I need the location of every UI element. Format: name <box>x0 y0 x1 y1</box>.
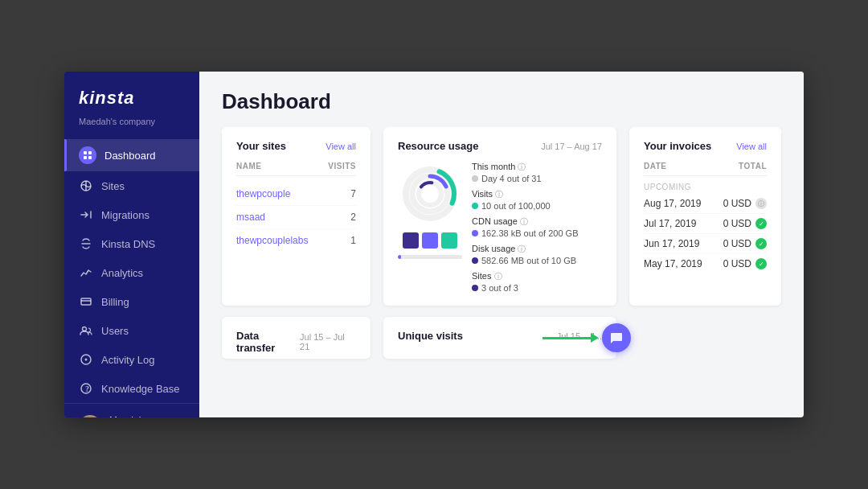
visits-label: Visits ⓘ <box>472 189 602 200</box>
activity-icon <box>79 352 93 367</box>
analytics-icon <box>79 265 93 280</box>
sidebar-label-users: Users <box>101 325 129 337</box>
sidebar-item-migrations[interactable]: Migrations <box>64 200 199 229</box>
sites-card-header: Your sites View all <box>236 140 356 152</box>
this-month-stat: This month ⓘ Day 4 out of 31 <box>472 162 602 183</box>
site-name-3[interactable]: thewpcouplelabs <box>236 235 308 246</box>
invoice-amount-0: 0 USD ⓘ <box>723 198 767 209</box>
arrow-head <box>591 333 599 343</box>
col-date-header: DATE <box>644 162 666 171</box>
invoice-status-paid-3: ✓ <box>755 258 767 269</box>
visits-stat: Visits ⓘ 10 out of 100,000 <box>472 189 602 211</box>
svg-point-10 <box>85 359 88 361</box>
dns-icon <box>79 236 93 251</box>
sidebar-user[interactable]: Maedah Batool ▲ <box>64 403 199 417</box>
invoices-view-all-link[interactable]: View all <box>736 142 767 151</box>
invoice-date-3: May 17, 2019 <box>644 258 702 269</box>
donut-area <box>398 162 462 293</box>
resource-card-title: Resource usage <box>398 140 478 152</box>
disk-label: Disk usage ⓘ <box>472 244 602 255</box>
sidebar-item-analytics[interactable]: Analytics <box>64 258 199 287</box>
site-name-1[interactable]: thewpcouple <box>236 188 290 199</box>
sidebar: kinsta Maedah's company Dashboard <box>64 72 199 417</box>
sites-card-title: Your sites <box>236 140 286 152</box>
site-row: msaad 2 <box>236 206 356 229</box>
page-title: Dashboard <box>222 89 781 114</box>
logo-kinsta: kinsta <box>79 88 135 108</box>
sidebar-label-analytics: Analytics <box>101 267 143 279</box>
unique-visits-card: Unique visits Jul 15 – J... <box>383 317 616 359</box>
disk-stat: Disk usage ⓘ 582.66 MB out of 10 GB <box>472 244 602 265</box>
invoice-row-3: May 17, 2019 0 USD ✓ <box>644 254 767 273</box>
svg-rect-1 <box>88 151 92 154</box>
sidebar-label-knowledge: Knowledge Base <box>101 383 180 395</box>
app-window: kinsta Maedah's company Dashboard <box>64 72 804 417</box>
dot-dark-purple <box>472 257 478 264</box>
logo-text: kinsta <box>79 88 185 109</box>
sidebar-item-users[interactable]: Users <box>64 316 199 345</box>
invoice-row-2: Jun 17, 2019 0 USD ✓ <box>644 234 767 254</box>
resource-stats: This month ⓘ Day 4 out of 31 Visits ⓘ <box>472 162 602 293</box>
site-name-2[interactable]: msaad <box>236 212 265 223</box>
mini-bar-3 <box>441 232 457 249</box>
col-visits-header: VISITS <box>328 162 356 171</box>
invoice-row-0: Aug 17, 2019 0 USD ⓘ <box>644 194 767 214</box>
sidebar-item-dashboard[interactable]: Dashboard <box>64 139 199 171</box>
sidebar-item-knowledge-base[interactable]: ? Knowledge Base <box>64 374 199 403</box>
main-content: Your sites View all NAME VISITS thewpcou… <box>199 127 804 417</box>
sites-stat: Sites ⓘ 3 out of 3 <box>472 271 602 293</box>
sites-label: Sites ⓘ <box>472 271 602 282</box>
site-visits-2: 2 <box>350 212 356 223</box>
sidebar-label-billing: Billing <box>101 296 129 308</box>
arrow-line <box>542 337 591 339</box>
invoices-card-title: Your invoices <box>644 140 711 152</box>
invoice-date-2: Jun 17, 2019 <box>644 238 699 249</box>
svg-rect-0 <box>84 151 87 154</box>
site-row: thewpcouple 7 <box>236 183 356 206</box>
sidebar-item-kinsta-dns[interactable]: Kinsta DNS <box>64 229 199 258</box>
sidebar-label-activity: Activity Log <box>101 354 154 366</box>
svg-text:?: ? <box>85 384 89 393</box>
migrations-icon <box>79 208 93 222</box>
invoice-amount-2: 0 USD ✓ <box>723 238 767 249</box>
sidebar-item-activity-log[interactable]: Activity Log <box>64 345 199 374</box>
mini-bar-2 <box>422 232 438 249</box>
sidebar-label-dns: Kinsta DNS <box>101 238 155 250</box>
sidebar-label-dashboard: Dashboard <box>104 150 156 162</box>
upcoming-label: UPCOMING <box>644 183 767 191</box>
dot-gray <box>472 175 478 182</box>
visits-value: 10 out of 100,000 <box>472 201 602 211</box>
dashboard-icon <box>79 146 96 164</box>
invoice-date-1: Jul 17, 2019 <box>644 218 696 229</box>
dot-teal <box>472 203 478 209</box>
chat-button[interactable] <box>602 323 631 352</box>
this-month-value: Day 4 out of 31 <box>472 174 602 183</box>
sites-view-all-link[interactable]: View all <box>326 142 356 151</box>
sidebar-nav: Dashboard Sites <box>64 139 199 403</box>
mini-bar-1 <box>403 232 419 249</box>
main-content-area: Dashboard Your sites View all NAME VISIT… <box>199 72 804 417</box>
user-name: Maedah Batool <box>109 415 169 417</box>
company-name: Maedah's company <box>64 113 199 139</box>
unique-visits-title: Unique visits <box>398 330 463 342</box>
col-total-header: TOTAL <box>739 162 767 171</box>
svg-point-8 <box>83 327 87 331</box>
sidebar-item-billing[interactable]: Billing <box>64 287 199 316</box>
knowledge-icon: ? <box>79 381 93 396</box>
resource-card: Resource usage Jul 17 – Aug 17 <box>383 127 616 306</box>
resource-card-header: Resource usage Jul 17 – Aug 17 <box>398 140 602 152</box>
sites-value: 3 out of 3 <box>472 283 602 293</box>
invoice-amount-1: 0 USD ✓ <box>723 218 767 229</box>
data-transfer-title: Data transfer <box>236 330 300 354</box>
sidebar-label-migrations: Migrations <box>101 209 149 221</box>
invoice-status-pending: ⓘ <box>755 198 767 209</box>
site-visits-3: 1 <box>350 235 356 246</box>
this-month-label: This month ⓘ <box>472 162 602 173</box>
data-transfer-date: Jul 15 – Jul 21 <box>300 332 356 351</box>
sidebar-label-sites: Sites <box>101 180 125 192</box>
arrow-indicator <box>542 323 631 352</box>
sidebar-item-sites[interactable]: Sites <box>64 171 199 200</box>
invoice-row-1: Jul 17, 2019 0 USD ✓ <box>644 214 767 234</box>
top-cards-row: Your sites View all NAME VISITS thewpcou… <box>222 127 781 306</box>
users-icon <box>79 323 93 338</box>
